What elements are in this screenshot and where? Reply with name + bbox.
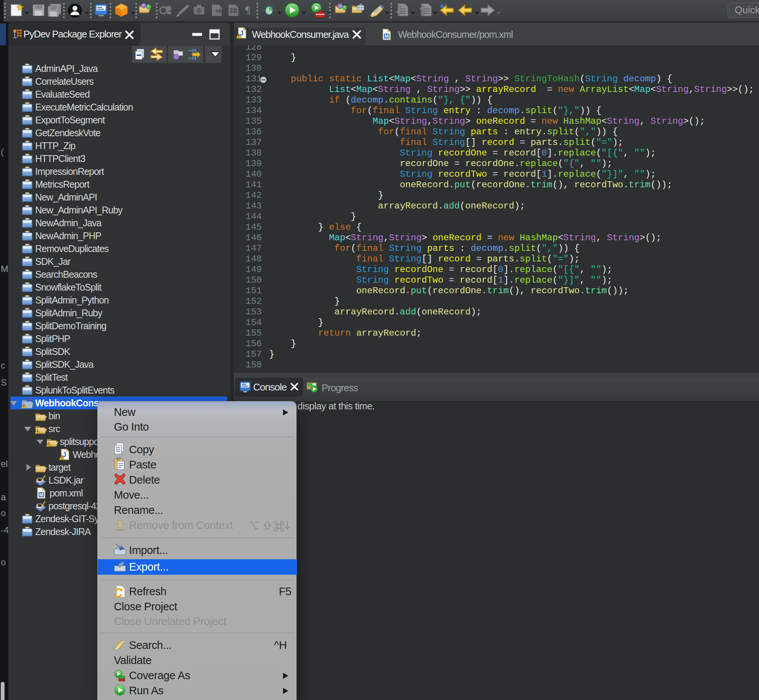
svg-text:M: M — [24, 397, 28, 402]
svg-text:M: M — [385, 33, 389, 39]
svg-text:M: M — [39, 492, 44, 498]
svg-text:J: J — [29, 397, 31, 402]
